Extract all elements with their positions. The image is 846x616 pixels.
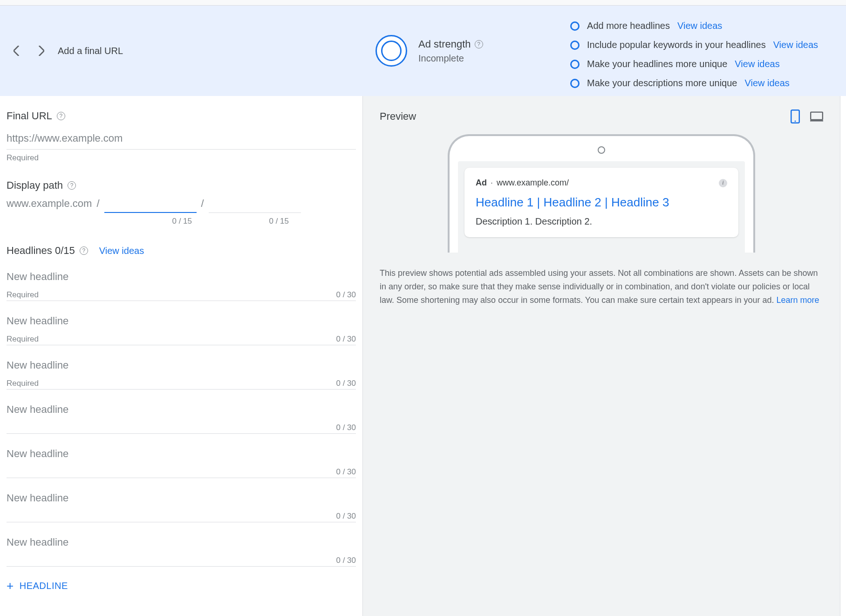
help-icon[interactable]	[68, 181, 76, 190]
phone-preview-frame: Ad · www.example.com/ Headline 1 | Headl…	[448, 134, 755, 253]
breadcrumb: Add a final URL	[58, 46, 123, 56]
phone-speaker-icon	[598, 146, 605, 154]
preview-mobile-toggle[interactable]	[789, 110, 802, 123]
headline-field: Required0 / 30	[7, 309, 356, 345]
ad-strength-title: Ad strength	[418, 38, 483, 50]
suggestion-text: Make your descriptions more unique	[587, 78, 737, 89]
final-url-label: Final URL	[7, 110, 356, 122]
display-path-row: www.example.com / /	[7, 194, 356, 213]
headline-counter: 0 / 30	[336, 379, 356, 388]
svg-rect-3	[810, 120, 823, 121]
headline-field: 0 / 30	[7, 398, 356, 434]
display-path-label: Display path	[7, 179, 356, 192]
headline-input[interactable]	[7, 442, 356, 465]
headline-counter: 0 / 30	[336, 335, 356, 344]
nav-next[interactable]	[35, 45, 47, 56]
headline-input[interactable]	[7, 486, 356, 509]
svg-rect-2	[811, 112, 823, 120]
slash-separator: /	[201, 198, 204, 210]
suggestion-bullet-icon	[570, 79, 580, 88]
ad-dot-separator: ·	[491, 178, 493, 188]
headline-required: Required	[7, 335, 39, 344]
headline-counter: 0 / 30	[336, 290, 356, 300]
headline-counter: 0 / 30	[336, 467, 356, 477]
headline-input[interactable]	[7, 398, 356, 420]
ad-badge: Ad	[476, 178, 487, 188]
headline-field: 0 / 30	[7, 486, 356, 522]
add-headline-label: HEADLINE	[20, 581, 68, 591]
headlines-label: Headlines 0/15	[7, 245, 88, 257]
help-icon[interactable]	[80, 246, 88, 255]
svg-point-1	[795, 121, 796, 122]
suggestion-link[interactable]: View ideas	[735, 59, 779, 69]
suggestion-text: Make your headlines more unique	[587, 59, 727, 69]
suggestion-row: Make your headlines more unique View ide…	[570, 59, 818, 69]
suggestion-link[interactable]: View ideas	[744, 78, 789, 89]
plus-icon: +	[7, 579, 14, 593]
headline-counter: 0 / 30	[336, 556, 356, 565]
final-url-input[interactable]	[7, 125, 356, 150]
path-counter-2: 0 / 15	[192, 217, 289, 226]
suggestion-link[interactable]: View ideas	[773, 40, 818, 50]
headlines-view-ideas-link[interactable]: View ideas	[99, 246, 144, 256]
headline-field: 0 / 30	[7, 442, 356, 478]
preview-disclaimer: This preview shows potential ads assembl…	[380, 267, 823, 307]
final-url-helper: Required	[7, 153, 39, 163]
path-counter-1: 0 / 15	[95, 217, 192, 226]
learn-more-link[interactable]: Learn more	[776, 295, 819, 305]
suggestions-list: Add more headlines View ideas Include po…	[570, 21, 818, 89]
headline-input[interactable]	[7, 531, 356, 553]
slash-separator: /	[96, 198, 99, 210]
headline-counter: 0 / 30	[336, 512, 356, 521]
suggestion-row: Include popular keywords in your headlin…	[570, 40, 818, 50]
ad-strength-status: Incomplete	[418, 53, 483, 64]
ad-preview-url: www.example.com/	[497, 178, 569, 188]
ad-strength-meter-icon	[375, 35, 407, 67]
headline-input[interactable]	[7, 265, 356, 287]
info-icon[interactable]	[719, 179, 727, 187]
form-panel: Final URL Required Display path www.exam…	[0, 96, 362, 616]
ad-strength-block: Ad strength Incomplete	[375, 35, 483, 67]
suggestion-bullet-icon	[570, 21, 580, 31]
preview-desktop-toggle[interactable]	[810, 110, 823, 123]
preview-note-text: This preview shows potential ads assembl…	[380, 268, 818, 305]
nav-prev[interactable]	[11, 45, 22, 56]
suggestion-row: Make your descriptions more unique View …	[570, 78, 818, 89]
headline-required: Required	[7, 379, 39, 388]
suggestion-bullet-icon	[570, 60, 580, 69]
display-path-label-text: Display path	[7, 179, 63, 192]
suggestion-link[interactable]: View ideas	[677, 21, 722, 31]
ad-preview-headline: Headline 1 | Headline 2 | Headline 3	[476, 195, 727, 210]
headline-field: 0 / 30	[7, 531, 356, 567]
display-path-input-2[interactable]	[209, 195, 301, 213]
ad-strength-title-text: Ad strength	[418, 38, 471, 50]
ad-preview-card: Ad · www.example.com/ Headline 1 | Headl…	[464, 168, 738, 237]
preview-panel: Preview Ad · www.example.com	[363, 96, 840, 616]
add-headline-button[interactable]: + HEADLINE	[7, 579, 356, 593]
header: Add a final URL Ad strength Incomplete A…	[0, 6, 846, 96]
final-url-label-text: Final URL	[7, 110, 52, 122]
suggestion-row: Add more headlines View ideas	[570, 21, 818, 31]
preview-title: Preview	[380, 110, 416, 123]
ad-preview-description: Description 1. Description 2.	[476, 216, 727, 227]
display-path-base: www.example.com	[7, 198, 92, 210]
headlines-label-text: Headlines 0/15	[7, 245, 75, 257]
suggestion-bullet-icon	[570, 41, 580, 50]
suggestion-text: Include popular keywords in your headlin…	[587, 40, 766, 50]
display-path-input-1[interactable]	[104, 194, 197, 213]
top-strip	[0, 0, 846, 6]
headline-required: Required	[7, 290, 39, 300]
headline-input[interactable]	[7, 309, 356, 332]
nav-arrows	[11, 45, 47, 56]
headline-input[interactable]	[7, 354, 356, 376]
help-icon[interactable]	[57, 112, 65, 120]
headline-field: Required0 / 30	[7, 354, 356, 390]
help-icon[interactable]	[475, 40, 483, 48]
headline-field: Required0 / 30	[7, 265, 356, 301]
suggestion-text: Add more headlines	[587, 21, 670, 31]
headline-counter: 0 / 30	[336, 423, 356, 432]
